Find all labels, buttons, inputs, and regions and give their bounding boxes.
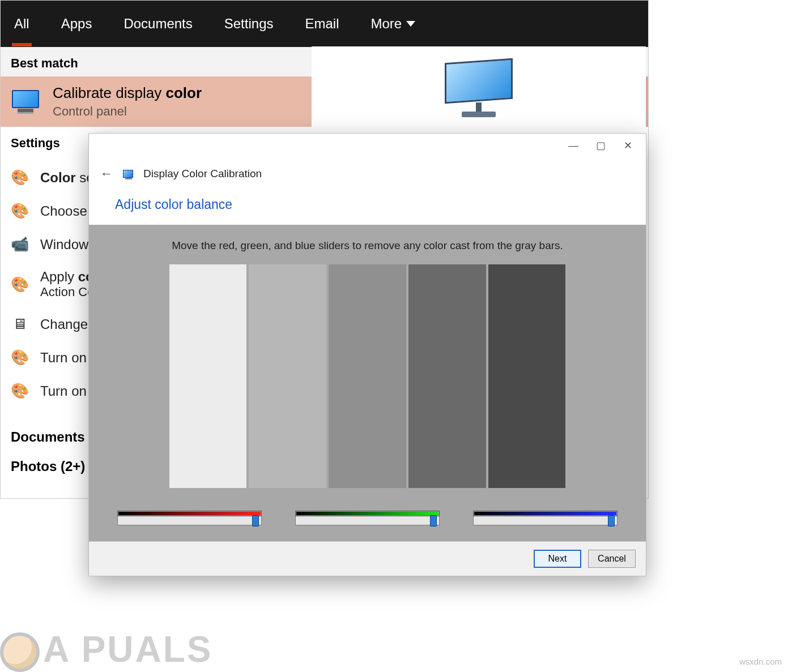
palette-icon: 🎨 <box>11 202 29 220</box>
tab-apps[interactable]: Apps <box>59 1 95 46</box>
green-slider[interactable] <box>295 511 440 525</box>
settings-item-label: Windows <box>40 237 95 252</box>
next-button[interactable]: Next <box>534 550 581 568</box>
blue-slider[interactable] <box>473 511 618 525</box>
window-title: Display Color Calibration <box>143 168 262 180</box>
tab-documents[interactable]: Documents <box>121 1 194 46</box>
gray-bar-5 <box>488 264 566 488</box>
palette-icon: 🎨 <box>11 382 29 400</box>
gray-bar-2 <box>249 264 326 488</box>
maximize-button[interactable]: ▢ <box>587 139 614 152</box>
monitor-icon <box>12 90 39 114</box>
watermark-site: wsxdn.com <box>739 657 782 666</box>
display-calibration-icon <box>123 170 133 178</box>
wizard-step-title: Adjust color balance <box>89 189 646 225</box>
wizard-instruction: Move the red, green, and blue sliders to… <box>106 239 629 252</box>
gray-bars-preview <box>169 264 566 488</box>
result-preview-pane <box>312 46 646 131</box>
wizard-footer: Next Cancel <box>89 541 646 576</box>
gray-bar-3 <box>329 264 406 488</box>
watermark-brand: A PUALS <box>0 628 213 672</box>
best-match-text: Calibrate display color Control panel <box>53 84 202 119</box>
settings-item-label: Change t <box>40 316 95 332</box>
settings-item-label: Color <box>40 170 76 185</box>
window-header: ← Display Color Calibration <box>89 157 646 189</box>
gray-bar-1 <box>169 264 247 488</box>
wizard-body: Move the red, green, and blue sliders to… <box>89 225 646 541</box>
slider-thumb[interactable] <box>252 515 259 527</box>
tab-settings[interactable]: Settings <box>222 1 276 46</box>
palette-icon: 🎨 <box>11 349 29 366</box>
palette-icon: 🎨 <box>11 276 29 293</box>
display-color-calibration-window: — ▢ ✕ ← Display Color Calibration Adjust… <box>88 133 646 576</box>
rgb-sliders <box>106 511 629 525</box>
monitor-large-icon <box>445 61 513 117</box>
slider-thumb[interactable] <box>608 515 615 527</box>
chevron-down-icon <box>406 21 415 27</box>
mascot-icon <box>0 632 40 672</box>
search-tabs: All Apps Documents Settings Email More <box>1 1 648 47</box>
tab-all[interactable]: All <box>12 1 32 46</box>
display-icon: 🖥 <box>11 315 29 333</box>
gray-bar-4 <box>408 264 486 488</box>
best-match-title-bold: color <box>165 84 202 101</box>
tab-more-label: More <box>371 16 402 32</box>
camera-icon: 📹 <box>11 236 29 253</box>
cancel-button[interactable]: Cancel <box>588 550 636 568</box>
tab-more[interactable]: More <box>369 1 418 46</box>
slider-thumb[interactable] <box>430 515 437 527</box>
close-button[interactable]: ✕ <box>614 139 641 152</box>
red-slider[interactable] <box>117 511 262 525</box>
window-titlebar[interactable]: — ▢ ✕ <box>89 134 646 157</box>
best-match-subtitle: Control panel <box>53 104 202 119</box>
palette-icon: 🎨 <box>11 169 29 186</box>
back-button[interactable]: ← <box>100 166 113 181</box>
tab-email[interactable]: Email <box>303 1 341 46</box>
minimize-button[interactable]: — <box>560 140 587 152</box>
best-match-title-pre: Calibrate display <box>53 84 165 101</box>
